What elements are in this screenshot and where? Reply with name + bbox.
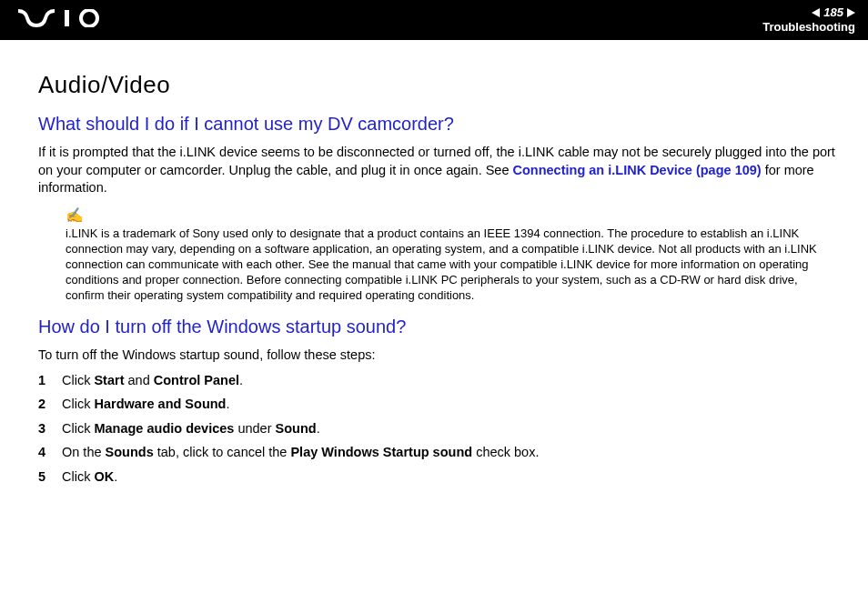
step-item: 1 Click Start and Control Panel. — [38, 372, 835, 390]
note-block: ✍ i.LINK is a trademark of Sony used onl… — [66, 206, 835, 304]
question-heading-1: What should I do if I cannot use my DV c… — [38, 114, 835, 135]
vaio-logo — [18, 7, 106, 33]
step-text: Click Start and Control Panel. — [62, 372, 243, 390]
step-number: 5 — [38, 468, 62, 487]
note-text: i.LINK is a trademark of Sony used only … — [66, 226, 835, 303]
step-item: 2 Click Hardware and Sound. — [38, 396, 835, 414]
step-number: 2 — [38, 396, 62, 414]
page-number: 185 — [823, 6, 843, 19]
step-text: Click OK. — [62, 468, 117, 487]
q2-intro: To turn off the Windows startup sound, f… — [38, 347, 835, 365]
step-number: 1 — [38, 372, 62, 390]
page-title: Audio/Video — [38, 71, 835, 99]
page-navigation: 185 — [762, 6, 855, 19]
step-text: Click Hardware and Sound. — [62, 396, 230, 414]
svg-rect-0 — [65, 10, 69, 26]
header-right: 185 Troubleshooting — [762, 6, 855, 35]
header-bar: 185 Troubleshooting — [0, 0, 868, 40]
question-heading-2: How do I turn off the Windows startup so… — [38, 317, 835, 337]
step-item: 5 Click OK. — [38, 468, 835, 487]
note-icon: ✍ — [66, 206, 835, 226]
section-label: Troubleshooting — [762, 21, 855, 34]
step-number: 4 — [38, 444, 62, 462]
prev-page-arrow[interactable] — [812, 8, 820, 17]
step-text: Click Manage audio devices under Sound. — [62, 420, 320, 438]
step-number: 3 — [38, 420, 62, 438]
page-content: Audio/Video What should I do if I cannot… — [0, 40, 868, 486]
ilink-device-link[interactable]: Connecting an i.LINK Device (page 109) — [513, 163, 762, 177]
steps-list: 1 Click Start and Control Panel. 2 Click… — [38, 372, 835, 487]
svg-point-1 — [81, 10, 97, 26]
next-page-arrow[interactable] — [847, 8, 855, 17]
step-text: On the Sounds tab, click to cancel the P… — [62, 444, 539, 462]
q1-paragraph: If it is prompted that the i.LINK device… — [38, 144, 835, 197]
step-item: 3 Click Manage audio devices under Sound… — [38, 420, 835, 438]
step-item: 4 On the Sounds tab, click to cancel the… — [38, 444, 835, 462]
